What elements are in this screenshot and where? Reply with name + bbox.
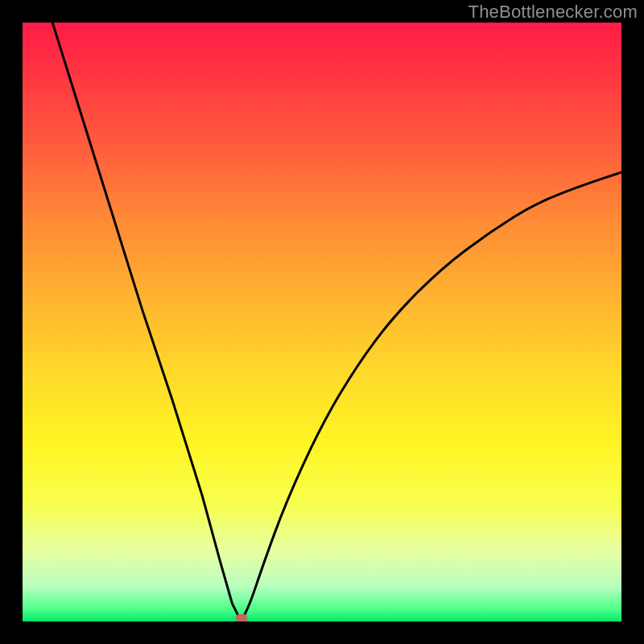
minimum-marker <box>235 614 247 621</box>
chart-frame: TheBottlenecker.com <box>0 0 644 644</box>
bottleneck-curve <box>23 23 621 621</box>
curve-path <box>52 23 621 621</box>
watermark-text: TheBottlenecker.com <box>469 2 638 23</box>
plot-area <box>23 23 621 621</box>
